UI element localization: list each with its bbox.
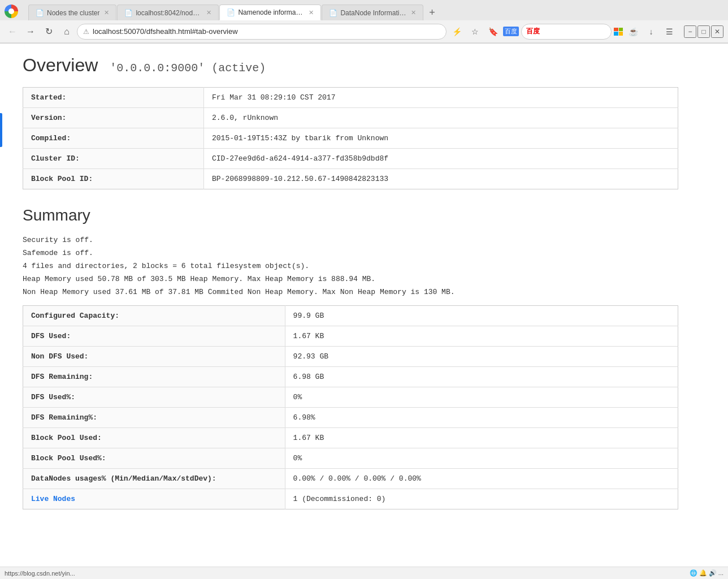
summary-row: DFS Used: 1.67 KB (23, 326, 678, 347)
window-controls: ☕ ↓ ☰ − □ ✕ (614, 24, 723, 40)
info-label: Cluster ID: (23, 149, 204, 169)
tab-label-3: Namenode information (238, 8, 304, 16)
info-row: Compiled: 2015-01-19T15:43Z by tbarik fr… (23, 128, 678, 149)
tab-favicon-2: 📄 (124, 9, 132, 17)
maximize-button[interactable]: □ (697, 25, 710, 38)
bookmark-button[interactable]: 🔖 (485, 24, 501, 40)
summary-value: 99.9 GB (285, 306, 678, 326)
info-row: Version: 2.6.0, rUnknown (23, 108, 678, 128)
tab-close-1[interactable]: ✕ (104, 9, 109, 16)
summary-label: Block Pool Used%: (23, 448, 285, 469)
info-row: Block Pool ID: BP-2068998809-10.212.50.6… (23, 169, 678, 189)
summary-row: DFS Remaining: 6.98 GB (23, 367, 678, 387)
summary-value: 0% (285, 448, 678, 469)
left-border-indicator (0, 113, 2, 147)
info-row: Started: Fri Mar 31 08:29:10 CST 2017 (23, 88, 678, 108)
browser-logo (5, 5, 18, 18)
summary-value: 1 (Decommissioned: 0) (285, 489, 678, 509)
reload-button[interactable]: ↻ (41, 24, 57, 40)
overview-title-text: Overview (23, 55, 98, 75)
summary-text-line: 4 files and directories, 2 blocks = 6 to… (23, 262, 678, 270)
page-content: Overview '0.0.0.0:9000' (active) Started… (0, 44, 701, 521)
nav-actions: ⚡ ☆ 🔖 百度 (449, 24, 519, 40)
summary-row: Configured Capacity: 99.9 GB (23, 306, 678, 326)
summary-row: Block Pool Used: 1.67 KB (23, 428, 678, 448)
summary-label: DFS Used%: (23, 387, 285, 408)
tab-nodes-cluster[interactable]: 📄 Nodes the cluster ✕ (28, 5, 116, 20)
info-table: Started: Fri Mar 31 08:29:10 CST 2017 Ve… (23, 87, 678, 189)
tab-label-1: Nodes the cluster (47, 9, 99, 17)
baidu-label: 百度 (503, 27, 519, 36)
back-button[interactable]: ← (5, 24, 20, 40)
tab-bar: 📄 Nodes the cluster ✕ 📄 localhost:8042/n… (0, 0, 728, 20)
summary-value: 1.67 KB (285, 326, 678, 347)
tab-close-2[interactable]: ✕ (206, 9, 211, 16)
summary-label: DFS Used: (23, 326, 285, 347)
close-window-button[interactable]: ✕ (711, 25, 723, 38)
summary-label: DFS Remaining: (23, 367, 285, 387)
summary-label: DFS Remaining%: (23, 408, 285, 428)
extension-button[interactable]: ☕ (625, 24, 641, 40)
summary-row: Block Pool Used%: 0% (23, 448, 678, 469)
baidu-logo: 百度 (526, 27, 540, 36)
summary-row: Non DFS Used: 92.93 GB (23, 347, 678, 367)
summary-row: Live Nodes 1 (Decommissioned: 0) (23, 489, 678, 509)
summary-row: DFS Remaining%: 6.98% (23, 408, 678, 428)
overview-subtitle: '0.0.0.0:9000' (active) (103, 62, 266, 75)
overview-heading: Overview '0.0.0.0:9000' (active) (23, 55, 678, 76)
summary-text-line: Safemode is off. (23, 249, 678, 257)
info-row: Cluster ID: CID-27ee9d6d-a624-4914-a377-… (23, 149, 678, 169)
window-minimize-maximize-close: − □ ✕ (684, 25, 723, 38)
summary-text-line: Security is off. (23, 236, 678, 244)
summary-table: Configured Capacity: 99.9 GB DFS Used: 1… (23, 305, 678, 509)
info-value: Fri Mar 31 08:29:10 CST 2017 (204, 88, 678, 108)
summary-value: 0% (285, 387, 678, 408)
summary-label: Configured Capacity: (23, 306, 285, 326)
info-label: Started: (23, 88, 204, 108)
tab-close-3[interactable]: ✕ (309, 9, 314, 16)
security-icon: ⚠ (83, 28, 89, 36)
tab-close-4[interactable]: ✕ (411, 9, 416, 16)
summary-text-line: Heap Memory used 50.78 MB of 303.5 MB He… (23, 275, 678, 283)
summary-heading: Summary (23, 206, 678, 224)
tab-node[interactable]: 📄 localhost:8042/node/nod... ✕ (117, 5, 219, 20)
summary-value: 92.93 GB (285, 347, 678, 367)
search-bar[interactable]: 百度 (521, 24, 612, 40)
star-button[interactable]: ☆ (467, 24, 483, 40)
summary-value: 6.98 GB (285, 367, 678, 387)
image-search-button[interactable]: 百度 (503, 24, 519, 40)
url-bar[interactable]: ⚠ localhost:50070/dfshealth.html#tab-ove… (77, 24, 447, 40)
info-value: 2.6.0, rUnknown (204, 108, 678, 128)
tab-favicon-4: 📄 (329, 9, 337, 17)
summary-text-line: Non Heap Memory used 37.61 MB of 37.81 M… (23, 288, 678, 296)
summary-label[interactable]: Live Nodes (23, 489, 285, 509)
info-value: CID-27ee9d6d-a624-4914-a377-fd358b9dbd8f (204, 149, 678, 169)
windows-icon (614, 28, 623, 36)
info-value: BP-2068998809-10.212.50.67-1490842823133 (204, 169, 678, 189)
nav-bar: ← → ↻ ⌂ ⚠ localhost:50070/dfshealth.html… (0, 20, 728, 43)
summary-row: DataNodes usages% (Min/Median/Max/stdDev… (23, 469, 678, 489)
summary-value: 6.98% (285, 408, 678, 428)
tab-favicon-3: 📄 (227, 8, 235, 16)
summary-label: Non DFS Used: (23, 347, 285, 367)
info-value: 2015-01-19T15:43Z by tbarik from Unknown (204, 128, 678, 149)
summary-row: DFS Used%: 0% (23, 387, 678, 408)
tab-label-2: localhost:8042/node/nod... (136, 9, 202, 17)
new-tab-button[interactable]: + (424, 5, 440, 20)
tab-datanode[interactable]: 📄 DataNode Information ✕ (322, 5, 423, 20)
summary-texts: Security is off.Safemode is off.4 files … (23, 236, 678, 296)
info-label: Block Pool ID: (23, 169, 204, 189)
url-text: localhost:50070/dfshealth.html#tab-overv… (93, 27, 440, 36)
tab-namenode[interactable]: 📄 Namenode information ✕ (219, 5, 321, 20)
download-button[interactable]: ↓ (643, 24, 659, 40)
summary-label: Block Pool Used: (23, 428, 285, 448)
tab-favicon-1: 📄 (36, 9, 44, 17)
summary-label: DataNodes usages% (Min/Median/Max/stdDev… (23, 469, 285, 489)
forward-button[interactable]: → (23, 24, 38, 40)
minimize-button[interactable]: − (684, 25, 696, 38)
info-label: Version: (23, 108, 204, 128)
menu-button[interactable]: ☰ (661, 24, 677, 40)
summary-value: 1.67 KB (285, 428, 678, 448)
lightning-button[interactable]: ⚡ (449, 24, 465, 40)
home-button[interactable]: ⌂ (59, 24, 75, 40)
